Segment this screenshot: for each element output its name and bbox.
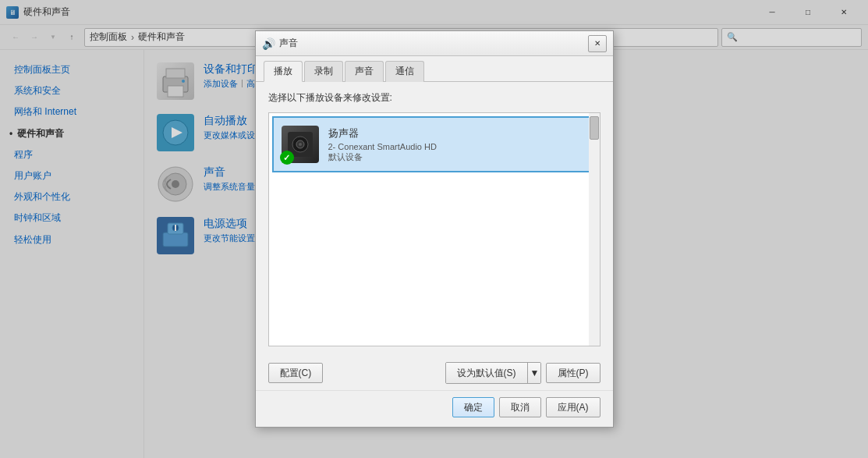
dialog-overlay: 🔊 声音 ✕ 播放 录制 声音 通信 选择以下播放设备来修改设置: <box>0 0 868 458</box>
device-item-speaker[interactable]: ✓ 扬声器 2- Conexant SmartAudio HD 默认设备 <box>272 116 597 172</box>
device-list-scrollbar[interactable] <box>589 113 600 346</box>
dialog-title-bar: 🔊 声音 ✕ <box>256 31 613 56</box>
device-status: 默认设备 <box>328 151 587 163</box>
sound-dialog: 🔊 声音 ✕ 播放 录制 声音 通信 选择以下播放设备来修改设置: <box>255 30 614 428</box>
scrollbar-thumb[interactable] <box>590 116 599 140</box>
dialog-instruction: 选择以下播放设备来修改设置: <box>268 91 601 105</box>
device-info: 扬声器 2- Conexant SmartAudio HD 默认设备 <box>328 126 587 163</box>
tab-recording[interactable]: 录制 <box>304 61 343 82</box>
scrollbar-track <box>589 113 600 346</box>
device-default-check: ✓ <box>280 151 294 165</box>
speaker-icon-wrap: ✓ <box>282 126 319 163</box>
svg-point-18 <box>299 143 302 146</box>
dialog-icon: 🔊 <box>262 37 275 50</box>
dialog-body: 选择以下播放设备来修改设置: ✓ <box>256 82 613 356</box>
dialog-footer-bottom: 确定 取消 应用(A) <box>256 390 613 427</box>
dialog-close-button[interactable]: ✕ <box>588 35 607 52</box>
set-default-button[interactable]: 设为默认值(S) <box>446 363 528 383</box>
dialog-title: 声音 <box>279 37 588 50</box>
device-list: ✓ 扬声器 2- Conexant SmartAudio HD 默认设备 <box>268 112 601 346</box>
properties-button[interactable]: 属性(P) <box>546 363 601 383</box>
ok-button[interactable]: 确定 <box>452 397 494 417</box>
device-name: 扬声器 <box>328 126 587 140</box>
set-default-dropdown[interactable]: ▼ <box>528 363 540 383</box>
set-default-group: 设为默认值(S) ▼ <box>445 362 541 384</box>
tab-playback[interactable]: 播放 <box>264 61 303 82</box>
dialog-tabs: 播放 录制 声音 通信 <box>256 56 613 82</box>
dialog-footer-top: 配置(C) 设为默认值(S) ▼ 属性(P) <box>256 356 613 390</box>
tab-sounds[interactable]: 声音 <box>345 61 384 82</box>
apply-button[interactable]: 应用(A) <box>546 397 601 417</box>
device-desc: 2- Conexant SmartAudio HD <box>328 142 587 151</box>
cancel-button[interactable]: 取消 <box>499 397 541 417</box>
tab-communications[interactable]: 通信 <box>385 61 424 82</box>
configure-button[interactable]: 配置(C) <box>268 363 324 383</box>
